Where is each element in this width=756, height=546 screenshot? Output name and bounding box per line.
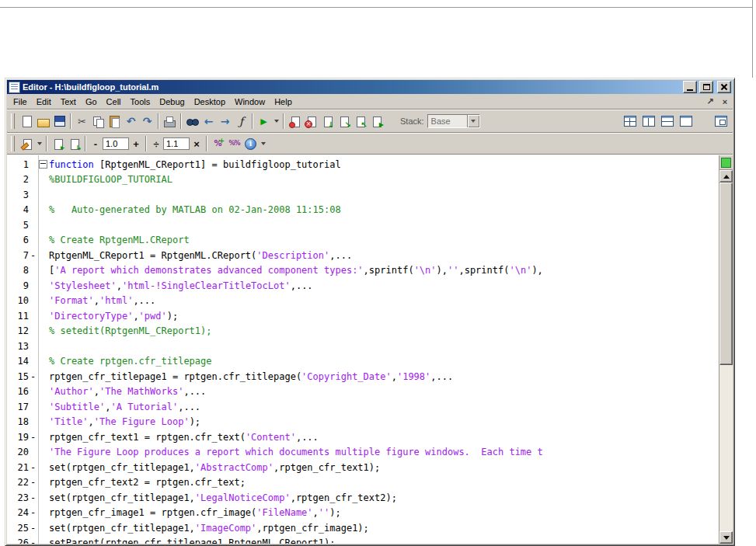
code-line[interactable]: 13 bbox=[7, 339, 719, 354]
code-line[interactable]: 15-rptgen_cfr_titlepage1 = rptgen.cfr_ti… bbox=[7, 369, 719, 384]
line-number[interactable]: 24 bbox=[7, 507, 29, 518]
line-number[interactable]: 1 bbox=[7, 159, 29, 170]
function-browser-button[interactable]: ƒ bbox=[233, 113, 249, 130]
close-button[interactable] bbox=[717, 81, 731, 93]
cut-button[interactable]: ✂ bbox=[74, 113, 90, 130]
code-line[interactable]: 26-setParent(rptgen_cfr_titlepage1,Rptge… bbox=[7, 536, 719, 544]
line-number[interactable]: 9 bbox=[7, 280, 29, 291]
scrollbar-thumb[interactable] bbox=[719, 183, 733, 365]
title-bar[interactable]: Editor - H:\buildfigloop_tutorial.m bbox=[7, 80, 733, 94]
multiply-value-button[interactable]: × bbox=[190, 137, 204, 151]
split-left-right-button[interactable] bbox=[640, 113, 657, 130]
clear-breakpoints-button[interactable] bbox=[303, 113, 319, 130]
vertical-scrollbar[interactable] bbox=[719, 170, 733, 544]
line-number[interactable]: 10 bbox=[7, 295, 29, 306]
split-top-bottom-button[interactable] bbox=[659, 113, 675, 130]
copy-button[interactable] bbox=[90, 113, 106, 130]
scroll-up-button[interactable] bbox=[719, 170, 733, 183]
code-line[interactable]: 25-set(rptgen_cfr_titlepage1,'ImageComp'… bbox=[7, 520, 719, 536]
cell-mode-help-button[interactable] bbox=[242, 136, 259, 152]
single-window-button[interactable] bbox=[678, 113, 694, 130]
line-number[interactable]: 4 bbox=[7, 204, 29, 215]
scroll-down-button[interactable] bbox=[719, 531, 733, 544]
menu-edit[interactable]: Edit bbox=[32, 96, 56, 108]
code-line[interactable]: 23-set(rptgen_cfr_titlepage1,'LegalNotic… bbox=[7, 490, 719, 506]
increment-value-button[interactable]: + bbox=[129, 137, 143, 151]
insert-cell-dividers-button[interactable]: %% bbox=[226, 136, 242, 152]
cell-actions-dropdown-arrow[interactable] bbox=[35, 136, 44, 151]
line-number[interactable]: 22 bbox=[7, 477, 29, 488]
open-file-button[interactable] bbox=[35, 113, 51, 130]
code-line[interactable]: 4% Auto-generated by MATLAB on 02-Jan-20… bbox=[7, 203, 719, 218]
line-number[interactable]: 25 bbox=[7, 523, 29, 534]
scrollbar-track[interactable] bbox=[719, 365, 733, 531]
help-dropdown-arrow[interactable] bbox=[259, 136, 267, 151]
minimize-button[interactable] bbox=[683, 81, 697, 93]
menu-file[interactable]: File bbox=[9, 96, 32, 108]
cell-actions-button[interactable] bbox=[19, 136, 35, 152]
maximize-button[interactable] bbox=[699, 81, 713, 93]
paste-button[interactable] bbox=[106, 113, 123, 130]
code-line[interactable]: 19-rptgen_cfr_text1 = rptgen.cfr_text('C… bbox=[7, 429, 719, 445]
step-button[interactable] bbox=[319, 113, 336, 130]
menu-tools[interactable]: Tools bbox=[126, 96, 155, 108]
code-line[interactable]: 11'DirectoryType','pwd'); bbox=[7, 308, 719, 324]
code-line[interactable]: 8['A report which demonstrates advanced … bbox=[7, 263, 719, 279]
tile-windows-button[interactable] bbox=[622, 113, 638, 130]
code-line[interactable]: 18'Title','The Figure Loop'); bbox=[7, 415, 719, 430]
code-line[interactable]: 7-RptgenML_CReport1 = RptgenML.CReport('… bbox=[7, 248, 719, 263]
line-number[interactable]: 20 bbox=[7, 447, 29, 457]
float-window-button[interactable] bbox=[712, 113, 729, 130]
redo-button[interactable]: ↷ bbox=[139, 113, 155, 130]
code-lines[interactable]: 1function [RptgenML_CReport1] = buildfig… bbox=[7, 155, 719, 544]
line-number[interactable]: 7 bbox=[7, 250, 29, 261]
menu-debug[interactable]: Debug bbox=[155, 96, 189, 108]
close-file-button[interactable]: × bbox=[719, 96, 730, 107]
line-number[interactable]: 13 bbox=[7, 341, 29, 352]
line-number[interactable]: 3 bbox=[7, 190, 29, 200]
set-breakpoint-button[interactable] bbox=[287, 113, 303, 130]
line-number[interactable]: 19 bbox=[7, 432, 29, 443]
line-number[interactable]: 21 bbox=[7, 462, 29, 473]
code-line[interactable]: 12% setedit(RptgenML_CReport1); bbox=[7, 324, 719, 339]
fold-collapse-icon[interactable] bbox=[39, 160, 47, 169]
toolbar-grip[interactable] bbox=[11, 113, 15, 129]
line-number[interactable]: 15 bbox=[7, 371, 29, 382]
evaluate-cell-button[interactable] bbox=[50, 136, 66, 152]
menu-desktop[interactable]: Desktop bbox=[190, 96, 230, 108]
code-line[interactable]: 20'The Figure Loop produces a report whi… bbox=[7, 445, 719, 461]
line-number[interactable]: 18 bbox=[7, 416, 29, 427]
go-back-button[interactable]: ← bbox=[200, 113, 217, 130]
line-number[interactable]: 11 bbox=[7, 311, 29, 322]
undock-editor-button[interactable]: ↗ bbox=[705, 96, 716, 107]
line-number[interactable]: 2 bbox=[7, 174, 29, 185]
code-line[interactable]: 17'Subtitle','A Tutorial',... bbox=[7, 399, 719, 415]
code-line[interactable]: 16'Author','The MathWorks',... bbox=[7, 384, 719, 400]
divide-value-button[interactable]: ÷ bbox=[149, 137, 163, 151]
code-line[interactable]: 9'Stylesheet','html-!SingleClearTitleToc… bbox=[7, 278, 719, 294]
stack-combo[interactable]: Base bbox=[427, 114, 480, 128]
code-line[interactable]: 6% Create RptgenML.CReport bbox=[7, 233, 719, 249]
insert-cell-divider-button[interactable]: % bbox=[210, 136, 226, 152]
line-number[interactable]: 12 bbox=[7, 325, 29, 336]
continue-button[interactable] bbox=[368, 113, 385, 130]
print-button[interactable] bbox=[162, 113, 178, 130]
code-line[interactable]: 21-set(rptgen_cfr_titlepage1,'AbstractCo… bbox=[7, 460, 719, 475]
menu-go[interactable]: Go bbox=[81, 96, 102, 108]
code-line[interactable]: 22-rptgen_cfr_text2 = rptgen.cfr_text; bbox=[7, 475, 719, 491]
new-file-button[interactable] bbox=[19, 113, 35, 130]
run-dropdown-arrow[interactable] bbox=[272, 113, 280, 129]
step-out-button[interactable] bbox=[352, 113, 368, 130]
code-line[interactable]: 14% Create rptgen.cfr_titlepage bbox=[7, 354, 719, 370]
undo-button[interactable]: ↶ bbox=[123, 113, 139, 130]
save-file-button[interactable] bbox=[51, 113, 68, 130]
step-in-button[interactable] bbox=[336, 113, 352, 130]
menu-help[interactable]: Help bbox=[270, 96, 297, 108]
code-line[interactable]: 10'Format','html',... bbox=[7, 294, 719, 309]
code-line[interactable]: 24-rptgen_cfr_image1 = rptgen.cfr_image(… bbox=[7, 506, 719, 521]
code-line[interactable]: 1function [RptgenML_CReport1] = buildfig… bbox=[7, 157, 719, 172]
increment-amount-field[interactable]: 1.0 bbox=[103, 137, 129, 150]
line-number[interactable]: 14 bbox=[7, 356, 29, 367]
line-number[interactable]: 17 bbox=[7, 402, 29, 412]
multiply-amount-field[interactable]: 1.1 bbox=[163, 137, 190, 150]
